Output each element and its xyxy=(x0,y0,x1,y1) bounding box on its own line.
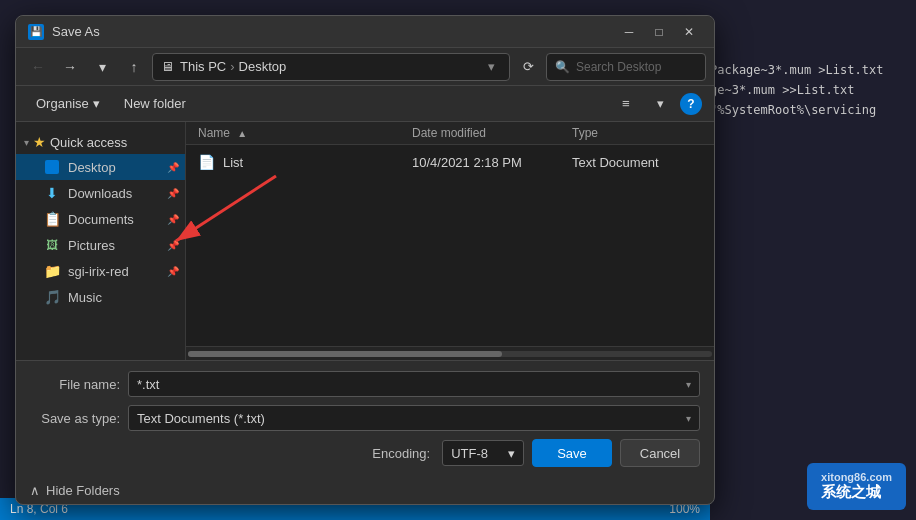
maximize-button[interactable]: □ xyxy=(646,22,672,42)
column-type: Type xyxy=(572,126,702,140)
column-date: Date modified xyxy=(412,126,572,140)
filetype-row: Save as type: Text Documents (*.txt) ▾ xyxy=(30,405,700,431)
form-area: File name: *.txt ▾ Save as type: Text Do… xyxy=(16,360,714,477)
close-button[interactable]: ✕ xyxy=(676,22,702,42)
quick-access-header[interactable]: ▾ ★ Quick access xyxy=(16,130,185,154)
new-folder-button[interactable]: New folder xyxy=(116,91,194,117)
filetype-dropdown-arrow: ▾ xyxy=(686,413,691,424)
dialog-title: Save As xyxy=(52,24,616,39)
file-icon: 📄 xyxy=(198,154,215,170)
search-placeholder: Search Desktop xyxy=(576,60,661,74)
sidebar-item-desktop-label: Desktop xyxy=(68,160,116,175)
encoding-select[interactable]: UTF-8 ▾ xyxy=(442,440,524,466)
encoding-label: Encoding: xyxy=(372,446,430,461)
search-bar[interactable]: 🔍 Search Desktop xyxy=(546,53,706,81)
up-button[interactable]: ↑ xyxy=(120,53,148,81)
file-name: List xyxy=(223,155,243,170)
minimize-button[interactable]: ─ xyxy=(616,22,642,42)
save-as-dialog: 💾 Save As ─ □ ✕ ← → ▾ ↑ 🖥 This PC › Desk… xyxy=(15,15,715,505)
main-content: ▾ ★ Quick access Desktop 📌 ⬇ xyxy=(16,122,714,360)
scroll-thumb[interactable] xyxy=(188,351,502,357)
organise-label: Organise xyxy=(36,96,89,111)
sidebar-item-downloads[interactable]: ⬇ Downloads 📌 xyxy=(16,180,185,206)
sidebar-item-documents[interactable]: 📋 Documents 📌 xyxy=(16,206,185,232)
desktop-icon xyxy=(44,159,60,175)
pin-icon: 📌 xyxy=(167,162,179,173)
sidebar: ▾ ★ Quick access Desktop 📌 ⬇ xyxy=(16,122,186,360)
help-button[interactable]: ? xyxy=(680,93,702,115)
address-this-pc-icon: 🖥 xyxy=(161,59,174,74)
address-separator: › xyxy=(230,59,234,74)
filetype-input[interactable]: Text Documents (*.txt) ▾ xyxy=(128,405,700,431)
watermark-url: xitong86.com xyxy=(821,471,892,483)
back-button[interactable]: ← xyxy=(24,53,52,81)
encoding-dropdown-arrow: ▾ xyxy=(508,446,515,461)
sidebar-item-desktop[interactable]: Desktop 📌 xyxy=(16,154,185,180)
view-dropdown-button[interactable]: ▾ xyxy=(646,91,674,117)
address-bar[interactable]: 🖥 This PC › Desktop ▾ xyxy=(152,53,510,81)
documents-icon: 📋 xyxy=(44,211,60,227)
address-location: Desktop xyxy=(239,59,287,74)
dialog-title-bar: 💾 Save As ─ □ ✕ xyxy=(16,16,714,48)
address-dropdown-arrow[interactable]: ▾ xyxy=(481,59,501,74)
sgi-folder-icon: 📁 xyxy=(44,263,60,279)
dialog-icon: 💾 xyxy=(28,24,44,40)
filename-row: File name: *.txt ▾ xyxy=(30,371,700,397)
filename-dropdown-arrow: ▾ xyxy=(686,379,691,390)
encoding-value: UTF-8 xyxy=(451,446,488,461)
filetype-label: Save as type: xyxy=(30,411,120,426)
hide-folders[interactable]: ∧ Hide Folders xyxy=(16,477,714,504)
address-breadcrumb: This PC › Desktop xyxy=(180,59,475,74)
toolbar-right: ≡ ▾ ? xyxy=(612,91,702,117)
downloads-pin-icon: 📌 xyxy=(167,188,179,199)
documents-pin-icon: 📌 xyxy=(167,214,179,225)
column-name[interactable]: Name ▲ xyxy=(198,126,412,140)
editor-text: Package~3*.mum >List.txt ge~3*.mum >>Lis… xyxy=(710,60,883,120)
title-bar-controls: ─ □ ✕ xyxy=(616,22,702,42)
sidebar-item-sgi-label: sgi-irix-red xyxy=(68,264,129,279)
quick-access-label: Quick access xyxy=(50,135,127,150)
watermark-text: 系统之城 xyxy=(821,483,892,502)
filename-value: *.txt xyxy=(137,377,686,392)
watermark: xitong86.com 系统之城 xyxy=(807,463,906,510)
sidebar-item-music-label: Music xyxy=(68,290,102,305)
sidebar-item-music[interactable]: 🎵 Music xyxy=(16,284,185,310)
sidebar-item-downloads-label: Downloads xyxy=(68,186,132,201)
save-button[interactable]: Save xyxy=(532,439,612,467)
star-icon: ★ xyxy=(33,134,46,150)
pictures-pin-icon: 📌 xyxy=(167,240,179,251)
sidebar-item-sgi[interactable]: 📁 sgi-irix-red 📌 xyxy=(16,258,185,284)
cancel-button[interactable]: Cancel xyxy=(620,439,700,467)
sgi-pin-icon: 📌 xyxy=(167,266,179,277)
expand-icon: ▾ xyxy=(24,137,29,148)
horizontal-scrollbar[interactable] xyxy=(186,346,714,360)
file-type: Text Document xyxy=(572,155,702,170)
forward-button[interactable]: → xyxy=(56,53,84,81)
downloads-icon: ⬇ xyxy=(44,185,60,201)
toolbar: Organise ▾ New folder ≡ ▾ ? xyxy=(16,86,714,122)
sidebar-item-pictures-label: Pictures xyxy=(68,238,115,253)
refresh-button[interactable]: ⟳ xyxy=(514,53,542,81)
dropdown-button[interactable]: ▾ xyxy=(88,53,116,81)
filename-input[interactable]: *.txt ▾ xyxy=(128,371,700,397)
filetype-value: Text Documents (*.txt) xyxy=(137,411,686,426)
table-row[interactable]: 📄 List 10/4/2021 2:18 PM Text Document xyxy=(186,149,714,175)
sidebar-item-pictures[interactable]: 🖼 Pictures 📌 xyxy=(16,232,185,258)
sort-arrow: ▲ xyxy=(237,128,247,139)
sidebar-item-documents-label: Documents xyxy=(68,212,134,227)
organise-button[interactable]: Organise ▾ xyxy=(28,91,108,117)
scroll-track xyxy=(188,351,712,357)
address-this-pc: This PC xyxy=(180,59,226,74)
filename-label: File name: xyxy=(30,377,120,392)
music-icon: 🎵 xyxy=(44,289,60,305)
organise-dropdown-icon: ▾ xyxy=(93,96,100,111)
pictures-icon: 🖼 xyxy=(44,237,60,253)
file-list: 📄 List 10/4/2021 2:18 PM Text Document xyxy=(186,145,714,346)
search-icon: 🔍 xyxy=(555,60,570,74)
view-button[interactable]: ≡ xyxy=(612,91,640,117)
quick-access-section: ▾ ★ Quick access Desktop 📌 ⬇ xyxy=(16,130,185,310)
hide-folders-label: Hide Folders xyxy=(46,483,120,498)
file-list-header: Name ▲ Date modified Type xyxy=(186,122,714,145)
hide-folders-arrow: ∧ xyxy=(30,483,40,498)
file-area: Name ▲ Date modified Type 📄 List 10/4/20… xyxy=(186,122,714,360)
